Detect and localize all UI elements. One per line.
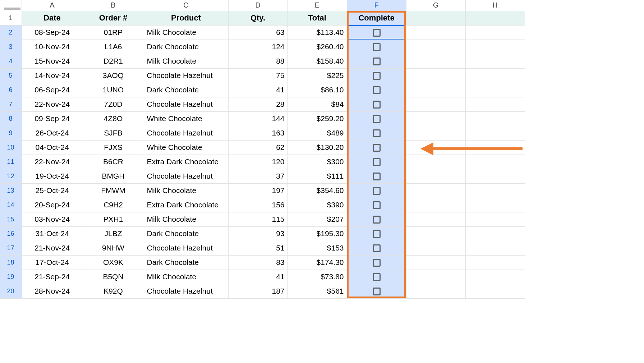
cell-complete[interactable]	[347, 241, 406, 255]
cell-qty[interactable]: 163	[228, 126, 288, 140]
cell-date[interactable]: 19-Oct-24	[22, 169, 83, 183]
checkbox-icon[interactable]	[373, 144, 381, 152]
cell-total[interactable]: $84	[288, 97, 347, 111]
cell-G20[interactable]	[406, 284, 465, 298]
cell-product[interactable]: Milk Chocolate	[144, 270, 228, 284]
cell-total[interactable]: $158.40	[288, 54, 347, 68]
header-date[interactable]: Date	[22, 11, 83, 25]
row-header-17[interactable]: 17	[0, 241, 22, 255]
cell-product[interactable]: White Chocolate	[144, 140, 228, 155]
cell-product[interactable]: Chocolate Hazelnut	[144, 169, 228, 183]
cell-H9[interactable]	[465, 126, 525, 140]
cell-H7[interactable]	[465, 97, 525, 111]
cell-total[interactable]: $153	[288, 241, 347, 255]
cell-complete[interactable]	[347, 226, 406, 241]
row-header-11[interactable]: 11	[0, 155, 22, 169]
cell-total[interactable]: $130.20	[288, 140, 347, 155]
cell-qty[interactable]: 62	[228, 140, 288, 155]
cell-date[interactable]: 21-Nov-24	[22, 241, 83, 255]
cell-date[interactable]: 22-Nov-24	[22, 97, 83, 111]
cell-product[interactable]: Extra Dark Chocolate	[144, 155, 228, 169]
checkbox-icon[interactable]	[373, 259, 381, 267]
row-header-4[interactable]: 4	[0, 54, 22, 68]
cell-order[interactable]: SJFB	[83, 126, 144, 140]
cell-qty[interactable]: 120	[228, 155, 288, 169]
cell-H2[interactable]	[465, 25, 525, 40]
cell-total[interactable]: $390	[288, 198, 347, 212]
checkbox-icon[interactable]	[373, 101, 381, 109]
cell-total[interactable]: $300	[288, 155, 347, 169]
row-header-1[interactable]: 1	[0, 11, 22, 25]
cell-qty[interactable]: 75	[228, 68, 288, 83]
row-header-8[interactable]: 8	[0, 111, 22, 126]
cell-complete[interactable]	[347, 212, 406, 226]
cell-order[interactable]: FMWM	[83, 183, 144, 198]
cell-G4[interactable]	[406, 54, 465, 68]
row-header-6[interactable]: 6	[0, 83, 22, 97]
cell-qty[interactable]: 88	[228, 54, 288, 68]
cell-qty[interactable]: 41	[228, 270, 288, 284]
col-header-B[interactable]: B	[83, 0, 144, 11]
cell-H16[interactable]	[465, 226, 525, 241]
cell-complete[interactable]	[347, 270, 406, 284]
cell-G7[interactable]	[406, 97, 465, 111]
cell-date[interactable]: 14-Nov-24	[22, 68, 83, 83]
cell-product[interactable]: White Chocolate	[144, 111, 228, 126]
row-header-7[interactable]: 7	[0, 97, 22, 111]
cell-qty[interactable]: 144	[228, 111, 288, 126]
cell-total[interactable]: $174.30	[288, 255, 347, 270]
checkbox-icon[interactable]	[373, 129, 381, 137]
cell-date[interactable]: 25-Oct-24	[22, 183, 83, 198]
cell-G8[interactable]	[406, 111, 465, 126]
cell-H17[interactable]	[465, 241, 525, 255]
cell-date[interactable]: 09-Sep-24	[22, 111, 83, 126]
cell-total[interactable]: $354.60	[288, 183, 347, 198]
header-order[interactable]: Order #	[83, 11, 144, 25]
cell-qty[interactable]: 187	[228, 284, 288, 298]
header-qty[interactable]: Qty.	[228, 11, 288, 25]
cell-order[interactable]: OX9K	[83, 255, 144, 270]
cell-order[interactable]: B6CR	[83, 155, 144, 169]
cell-order[interactable]: B5QN	[83, 270, 144, 284]
cell-G19[interactable]	[406, 270, 465, 284]
cell-G15[interactable]	[406, 212, 465, 226]
cell-order[interactable]: FJXS	[83, 140, 144, 155]
cell-qty[interactable]: 51	[228, 241, 288, 255]
cell-G13[interactable]	[406, 183, 465, 198]
checkbox-icon[interactable]	[373, 43, 381, 51]
checkbox-icon[interactable]	[373, 158, 381, 166]
cell-total[interactable]: $561	[288, 284, 347, 298]
cell-complete[interactable]	[347, 111, 406, 126]
cell-G9[interactable]	[406, 126, 465, 140]
cell-qty[interactable]: 41	[228, 83, 288, 97]
cell-date[interactable]: 17-Oct-24	[22, 255, 83, 270]
cell-complete[interactable]	[347, 255, 406, 270]
cell-H10[interactable]	[465, 140, 525, 155]
checkbox-icon[interactable]	[373, 230, 381, 238]
cell-G6[interactable]	[406, 83, 465, 97]
cell-order[interactable]: 4Z8O	[83, 111, 144, 126]
cell-H8[interactable]	[465, 111, 525, 126]
cell-qty[interactable]: 93	[228, 226, 288, 241]
header-total[interactable]: Total	[288, 11, 347, 25]
cell-H20[interactable]	[465, 284, 525, 298]
cell-product[interactable]: Chocolate Hazelnut	[144, 126, 228, 140]
cell-complete[interactable]	[347, 83, 406, 97]
cell-H6[interactable]	[465, 83, 525, 97]
cell-H3[interactable]	[465, 40, 525, 54]
cell-G12[interactable]	[406, 169, 465, 183]
cell-date[interactable]: 26-Oct-24	[22, 126, 83, 140]
cell-complete[interactable]	[347, 40, 406, 54]
cell-date[interactable]: 22-Nov-24	[22, 155, 83, 169]
col-header-F[interactable]: F	[347, 0, 406, 11]
cell-date[interactable]: 21-Sep-24	[22, 270, 83, 284]
cell-complete[interactable]	[347, 198, 406, 212]
cell-complete[interactable]	[347, 54, 406, 68]
cell-product[interactable]: Milk Chocolate	[144, 183, 228, 198]
row-header-20[interactable]: 20	[0, 284, 22, 298]
cell-product[interactable]: Milk Chocolate	[144, 54, 228, 68]
cell-complete[interactable]	[347, 140, 406, 155]
cell-complete[interactable]	[347, 126, 406, 140]
cell-qty[interactable]: 197	[228, 183, 288, 198]
cell-product[interactable]: Extra Dark Chocolate	[144, 198, 228, 212]
